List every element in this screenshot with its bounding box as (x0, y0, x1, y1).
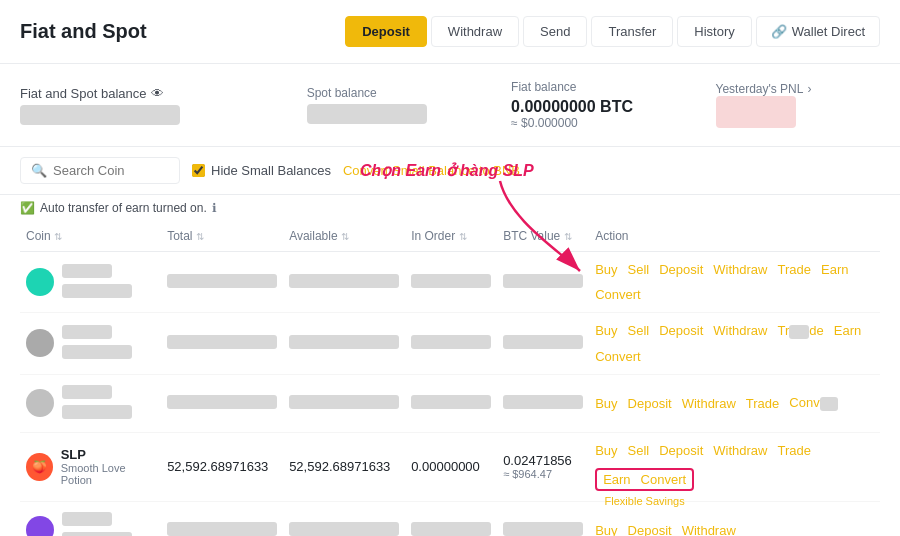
eye-icon[interactable]: 👁 (151, 86, 164, 101)
action-cell: Buy Deposit Withdraw Trade Conv (595, 395, 874, 411)
page-title: Fiat and Spot (20, 20, 147, 43)
withdraw-link[interactable]: Withdraw (682, 396, 736, 411)
table-row: Buy Deposit Withdraw (20, 501, 880, 536)
btcval-blur (503, 395, 583, 409)
btcval-blur (503, 522, 583, 536)
slp-name: Smooth Love Potion (61, 462, 155, 486)
coin-name-blur (62, 345, 132, 359)
available-blur (289, 395, 399, 409)
table-header-row: Coin ⇅ Total ⇅ Available ⇅ In Order ⇅ BT… (20, 221, 880, 252)
col-total[interactable]: Total ⇅ (161, 221, 283, 252)
coin-symbol-blur (62, 385, 112, 399)
coin-symbol-blur (62, 264, 112, 278)
deposit-link[interactable]: Deposit (659, 323, 703, 338)
tab-withdraw[interactable]: Withdraw (431, 16, 519, 47)
withdraw-link[interactable]: Withdraw (682, 523, 736, 536)
convert-small-balance-link[interactable]: Convert Small Balance to BNB (343, 163, 520, 178)
slp-sell-link[interactable]: Sell (628, 443, 650, 458)
sell-link[interactable]: Sell (628, 262, 650, 277)
action-cell: Buy Sell Deposit Withdraw Trde Earn Conv… (595, 323, 874, 364)
coin-name-blur (62, 284, 132, 298)
buy-link[interactable]: Buy (595, 262, 617, 277)
inorder-blur (411, 522, 491, 536)
slp-action-cell: Buy Sell Deposit Withdraw Trade Earn Con… (589, 432, 880, 501)
earn-link[interactable]: Earn (821, 262, 848, 277)
trade-link[interactable]: Trade (778, 262, 811, 277)
table-row: Buy Sell Deposit Withdraw Trde Earn Conv… (20, 313, 880, 375)
col-action: Action (589, 221, 880, 252)
withdraw-link[interactable]: Withdraw (713, 323, 767, 338)
trade-link[interactable]: Trade (746, 396, 779, 411)
deposit-link[interactable]: Deposit (628, 396, 672, 411)
green-dot-icon: ✅ (20, 201, 35, 215)
slp-deposit-link[interactable]: Deposit (659, 443, 703, 458)
coin-name-blur (62, 405, 132, 419)
deposit-link[interactable]: Deposit (659, 262, 703, 277)
inorder-blur (411, 335, 491, 349)
total-blur (167, 274, 277, 288)
pnl-arrow-icon: › (807, 82, 811, 96)
total-blur (167, 522, 277, 536)
spot-balance-blur (307, 104, 427, 124)
coin-icon (26, 329, 54, 357)
wallet-direct-button[interactable]: 🔗 Wallet Direct (756, 16, 880, 47)
btcval-blur (503, 274, 583, 288)
slp-buy-link[interactable]: Buy (595, 443, 617, 458)
tab-history[interactable]: History (677, 16, 751, 47)
search-input[interactable] (53, 163, 169, 178)
slp-available: 52,592.68971633 (283, 432, 405, 501)
col-coin[interactable]: Coin ⇅ (20, 221, 161, 252)
hide-small-checkbox[interactable] (192, 164, 205, 177)
slp-total: 52,592.68971633 (161, 432, 283, 501)
available-blur (289, 335, 399, 349)
coin-icon (26, 516, 54, 536)
slp-btc-col: 0.02471856 ≈ $964.47 (497, 432, 589, 501)
convert-link[interactable]: Convert (595, 349, 641, 364)
search-icon: 🔍 (31, 163, 47, 178)
total-blur (167, 335, 277, 349)
conv-link[interactable]: Conv (789, 395, 837, 411)
toolbar: 🔍 Hide Small Balances Convert Small Bala… (0, 147, 900, 195)
coin-cell (26, 385, 155, 422)
buy-link[interactable]: Buy (595, 323, 617, 338)
convert-link[interactable]: Convert (595, 287, 641, 302)
action-cell: Buy Deposit Withdraw (595, 523, 874, 536)
hide-small-balances-toggle[interactable]: Hide Small Balances (192, 163, 331, 178)
table-row: Buy Sell Deposit Withdraw Trade Earn Con… (20, 252, 880, 313)
pnl-label[interactable]: Yesterday's PNL › (716, 82, 880, 96)
coin-icon (26, 268, 54, 296)
col-available[interactable]: Available ⇅ (283, 221, 405, 252)
inorder-blur (411, 274, 491, 288)
earn-link[interactable]: Earn (834, 323, 861, 338)
trade-link[interactable]: Trde (778, 323, 824, 339)
btcval-blur (503, 335, 583, 349)
action-cell: Buy Sell Deposit Withdraw Trade Earn Con… (595, 443, 874, 491)
sell-link[interactable]: Sell (628, 323, 650, 338)
available-blur (289, 274, 399, 288)
tab-send[interactable]: Send (523, 16, 587, 47)
coin-icon (26, 389, 54, 417)
coin-symbol-blur (62, 512, 112, 526)
coin-symbol-blur (62, 325, 112, 339)
deposit-link[interactable]: Deposit (628, 523, 672, 536)
balance-section: Fiat and Spot balance 👁 Spot balance Fia… (0, 64, 900, 147)
slp-convert-link[interactable]: Convert (641, 472, 687, 487)
fiat-balance-col: Fiat balance 0.00000000 BTC ≈ $0.000000 (511, 80, 675, 130)
slp-withdraw-link[interactable]: Withdraw (713, 443, 767, 458)
nav-tabs: Deposit Withdraw Send Transfer History 🔗… (345, 16, 880, 47)
col-in-order[interactable]: In Order ⇅ (405, 221, 497, 252)
tab-transfer[interactable]: Transfer (591, 16, 673, 47)
auto-transfer-note: ✅ Auto transfer of earn turned on. ℹ (0, 195, 900, 221)
wallet-icon: 🔗 (771, 24, 787, 39)
slp-trade-link[interactable]: Trade (778, 443, 811, 458)
buy-link[interactable]: Buy (595, 396, 617, 411)
buy-link[interactable]: Buy (595, 523, 617, 536)
slp-symbol: SLP (61, 447, 155, 462)
pnl-col: Yesterday's PNL › (716, 82, 880, 128)
tab-deposit[interactable]: Deposit (345, 16, 427, 47)
info-icon[interactable]: ℹ (212, 201, 217, 215)
col-btc-value[interactable]: BTC Value ⇅ (497, 221, 589, 252)
search-wrap: 🔍 (20, 157, 180, 184)
withdraw-link[interactable]: Withdraw (713, 262, 767, 277)
slp-earn-link[interactable]: Earn (603, 472, 630, 487)
